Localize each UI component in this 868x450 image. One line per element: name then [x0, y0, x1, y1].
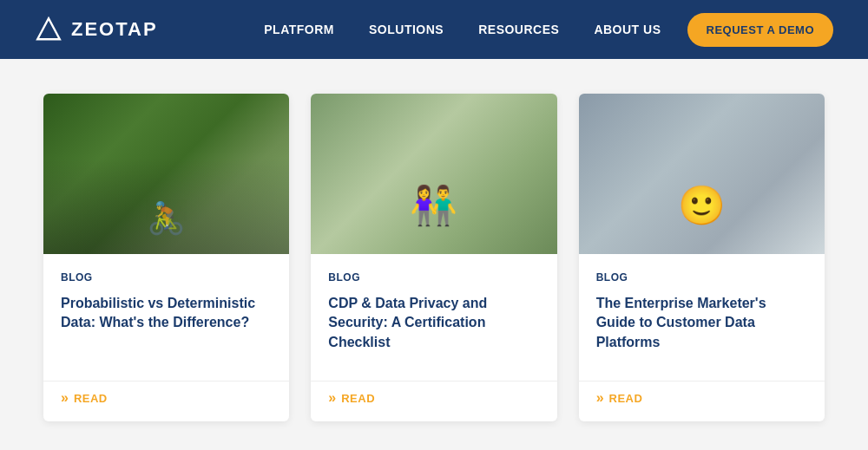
nav-link-about-us[interactable]: ABOUT US — [594, 23, 661, 36]
svg-marker-0 — [37, 18, 60, 39]
read-label-3: READ — [609, 392, 643, 405]
brand-name: ZEOTAP — [71, 18, 158, 41]
card-image-3 — [579, 94, 825, 254]
read-arrow-icon-1: » — [61, 390, 69, 406]
card-read-link-2[interactable]: » READ — [311, 382, 556, 421]
main-content: BLOG Probabilistic vs Deterministic Data… — [0, 59, 868, 450]
card-tag-2: BLOG — [328, 271, 539, 284]
read-label-2: READ — [341, 392, 375, 405]
read-arrow-icon-2: » — [328, 390, 336, 406]
card-title-2: CDP & Data Privacy and Security: A Certi… — [328, 294, 539, 355]
card-tag-1: BLOG — [61, 271, 272, 284]
nav-links: PLATFORM SOLUTIONS RESOURCES ABOUT US — [264, 23, 661, 36]
card-read-link-1[interactable]: » READ — [43, 382, 289, 421]
card-title-3: The Enterprise Marketer's Guide to Custo… — [596, 294, 807, 355]
nav-link-platform[interactable]: PLATFORM — [264, 23, 334, 36]
nav-link-solutions[interactable]: SOLUTIONS — [369, 23, 444, 36]
read-label-1: READ — [74, 392, 108, 405]
blog-card-3: BLOG The Enterprise Marketer's Guide to … — [579, 94, 825, 421]
read-arrow-icon-3: » — [596, 390, 604, 406]
card-image-2 — [311, 94, 556, 254]
cards-grid: BLOG Probabilistic vs Deterministic Data… — [43, 94, 825, 421]
card-body-1: BLOG Probabilistic vs Deterministic Data… — [43, 254, 289, 381]
navbar: ZEOTAP PLATFORM SOLUTIONS RESOURCES ABOU… — [0, 0, 868, 59]
logo-area[interactable]: ZEOTAP — [35, 16, 158, 43]
card-image-1 — [43, 94, 289, 254]
card-body-3: BLOG The Enterprise Marketer's Guide to … — [579, 254, 825, 381]
blog-card-1: BLOG Probabilistic vs Deterministic Data… — [43, 94, 289, 421]
card-tag-3: BLOG — [596, 271, 807, 284]
blog-card-2: BLOG CDP & Data Privacy and Security: A … — [311, 94, 556, 421]
card-title-1: Probabilistic vs Deterministic Data: Wha… — [61, 294, 272, 355]
card-body-2: BLOG CDP & Data Privacy and Security: A … — [311, 254, 556, 381]
nav-link-resources[interactable]: RESOURCES — [478, 23, 559, 36]
card-read-link-3[interactable]: » READ — [579, 382, 825, 421]
request-demo-button[interactable]: REQUEST A DEMO — [687, 13, 834, 47]
zeotap-logo-icon — [35, 16, 62, 43]
